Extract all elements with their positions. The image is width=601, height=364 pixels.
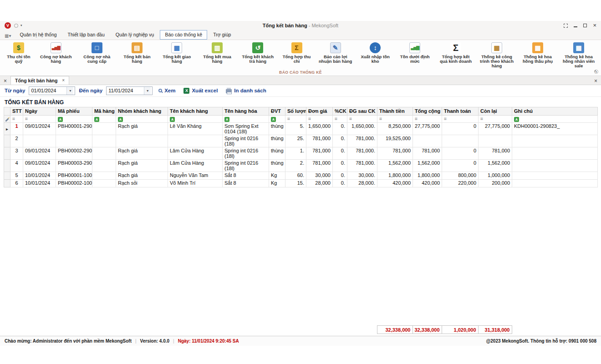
table-cell[interactable]: 0 <box>442 147 479 160</box>
from-date-input[interactable]: ▼ <box>29 86 75 95</box>
to-date-input[interactable]: ▼ <box>106 86 153 95</box>
table-cell[interactable]: 420,000 <box>413 180 442 187</box>
table-cell[interactable]: 09/01/2024 <box>23 123 56 135</box>
ribbon-button-subcontractor-commission-stats[interactable]: ▦Thống kê hoa hồng thầu phụ <box>517 41 558 65</box>
table-cell[interactable]: 1,800,000 <box>413 172 442 180</box>
table-cell[interactable]: 5 <box>10 172 23 180</box>
tabstrip-close-right-icon[interactable]: × <box>594 78 597 84</box>
table-cell[interactable]: Sắt 8 <box>223 172 269 180</box>
table-cell[interactable]: PBH00002-290... <box>56 147 92 160</box>
ribbon-button-customer-debt[interactable]: ▃▅▇Công nợ khách hàng <box>36 41 76 65</box>
doc-tab-sales-summary[interactable]: Tổng kết bán hàng × <box>10 76 69 85</box>
table-cell[interactable]: PBH00002-100... <box>56 180 92 187</box>
table-cell[interactable]: 25. <box>285 135 306 147</box>
table-cell[interactable]: 781,000 <box>306 160 333 172</box>
table-cell[interactable]: 1,562,000 <box>479 160 512 172</box>
table-cell[interactable]: 0. <box>333 123 347 135</box>
filter-cell[interactable]: = <box>377 115 413 123</box>
table-cell[interactable]: 0. <box>333 172 347 180</box>
print-list-button[interactable]: In danh sách <box>224 88 268 93</box>
tabstrip-close-left-icon[interactable]: × <box>3 78 10 85</box>
table-cell[interactable]: 30,000. <box>347 172 377 180</box>
table-cell[interactable]: 800,000 <box>442 172 479 180</box>
table-cell[interactable]: Spring int 0216 (18l) <box>223 135 269 147</box>
table-row[interactable]: 610/01/2024PBH00002-100...Rạch sỏiVõ Min… <box>4 180 598 187</box>
column-header[interactable]: Còn lại <box>479 107 512 115</box>
table-cell[interactable]: 28,000 <box>306 180 333 187</box>
restore-icon[interactable] <box>583 23 587 28</box>
menu-grid-icon[interactable]: ▦▾ <box>2 33 14 40</box>
quick-access-dropdown-icon[interactable]: ▾ <box>20 24 22 27</box>
table-cell[interactable]: KDH00001-290823_ <box>512 123 598 135</box>
table-cell[interactable]: Kg <box>269 180 285 187</box>
table-cell[interactable]: 781,000. <box>347 160 377 172</box>
table-cell[interactable] <box>92 123 116 135</box>
table-cell[interactable] <box>92 135 116 147</box>
table-cell[interactable]: Spring int 0216 (18l) <box>223 160 269 172</box>
table-cell[interactable]: Lâm Cửa Hàng <box>168 147 223 160</box>
table-cell[interactable]: 2 <box>10 135 23 147</box>
table-cell[interactable]: 0. <box>333 147 347 160</box>
table-cell[interactable]: thùng <box>269 147 285 160</box>
column-header[interactable]: Tổng cộng <box>413 107 442 115</box>
column-header[interactable]: STT <box>10 107 23 115</box>
table-cell[interactable] <box>92 180 116 187</box>
table-cell[interactable]: 3 <box>10 147 23 160</box>
table-cell[interactable]: PBH00001-290... <box>56 123 92 135</box>
filter-cell[interactable]: A <box>116 115 168 123</box>
ribbon-button-purchase-summary[interactable]: ▥Tổng kết mua hàng <box>197 41 238 65</box>
menu-tab-statistics-reports[interactable]: Báo cáo thống kê <box>160 30 207 40</box>
doc-tab-close-icon[interactable]: × <box>62 78 65 83</box>
table-cell[interactable]: 09/01/2024 <box>23 147 56 160</box>
filter-cell[interactable]: = <box>23 115 56 123</box>
table-cell[interactable]: Lâm Cửa Hàng <box>168 160 223 172</box>
ribbon-button-delivery-summary[interactable]: ▦Tổng kết giao hàng <box>157 41 197 65</box>
filter-cell[interactable]: = <box>333 115 347 123</box>
table-cell[interactable] <box>92 147 116 160</box>
ribbon-button-income-expense-summary[interactable]: ΣTổng hợp thu chi <box>278 41 315 65</box>
table-cell[interactable]: Nguyễn Văn Tam <box>168 172 223 180</box>
table-cell[interactable] <box>92 172 116 180</box>
table-cell[interactable]: Sắt 8 <box>223 180 269 187</box>
table-cell[interactable]: 4 <box>10 160 23 172</box>
filter-cell[interactable]: = <box>306 115 333 123</box>
table-cell[interactable]: 781,000. <box>347 147 377 160</box>
column-header[interactable]: Mã hàng <box>92 107 116 115</box>
table-cell[interactable]: 200,000 <box>479 180 512 187</box>
table-cell[interactable]: 220,000 <box>442 180 479 187</box>
quick-access-circle-icon[interactable] <box>14 24 18 28</box>
column-header[interactable]: Tên khách hàng <box>168 107 223 115</box>
table-cell[interactable]: 1,562,000 <box>377 160 413 172</box>
table-cell[interactable]: 15. <box>285 180 306 187</box>
view-button[interactable]: Xem <box>156 88 178 93</box>
table-cell[interactable]: 28,000. <box>347 180 377 187</box>
table-row[interactable]: ▸109/01/2024PBH00001-290...Rạch giáLê Vă… <box>4 123 598 135</box>
column-header[interactable]: Ngày <box>23 107 56 115</box>
table-cell[interactable]: 781,000 <box>306 147 333 160</box>
table-cell[interactable]: 781,000 <box>413 147 442 160</box>
table-cell[interactable]: Rạch giá <box>116 172 168 180</box>
table-cell[interactable]: Spring int 0216 (18l) <box>223 147 269 160</box>
table-cell[interactable]: Lê Văn Kháng <box>168 123 223 135</box>
ribbon-button-project-by-customer-stats[interactable]: ▦Thống kê công trình theo khách hàng <box>476 41 517 69</box>
table-cell[interactable]: 1 <box>10 123 23 135</box>
table-cell[interactable] <box>512 147 598 160</box>
from-date-dropdown-icon[interactable]: ▼ <box>66 87 73 95</box>
close-icon[interactable]: × <box>593 23 596 28</box>
table-cell[interactable] <box>116 135 168 147</box>
table-cell[interactable]: 27,775,000 <box>479 123 512 135</box>
menu-tab-system-administration[interactable]: Quản trị hệ thống <box>15 30 61 40</box>
menu-tab-help[interactable]: Trợ giúp <box>208 30 236 40</box>
table-cell[interactable]: 30,000 <box>306 172 333 180</box>
filter-cell[interactable]: A <box>223 115 269 123</box>
table-cell[interactable] <box>512 172 598 180</box>
table-cell[interactable] <box>23 135 56 147</box>
table-cell[interactable]: 2. <box>285 160 306 172</box>
ribbon-button-supplier-debt[interactable]: □Công nợ nhà cung cấp <box>76 41 117 65</box>
filter-cell[interactable]: A <box>512 115 598 123</box>
table-cell[interactable]: Rạch giá <box>116 123 168 135</box>
table-cell[interactable] <box>92 160 116 172</box>
column-header[interactable]: Số lượng <box>285 107 306 115</box>
column-header[interactable]: %CK <box>333 107 347 115</box>
ribbon-button-sales-summary[interactable]: ▤Tổng kết bán hàng <box>117 41 157 65</box>
